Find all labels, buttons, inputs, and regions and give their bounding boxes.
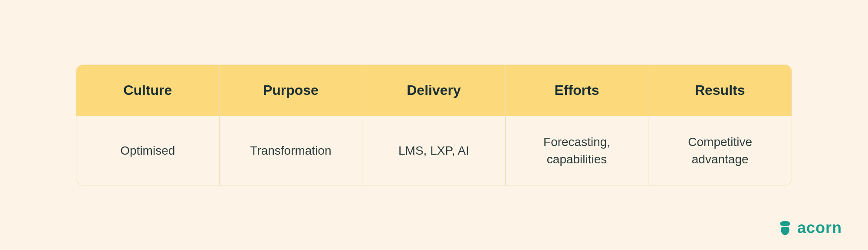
cell-culture-text: Optimised [120, 142, 175, 159]
header-purpose: Purpose [220, 65, 363, 116]
cell-culture: Optimised [76, 116, 220, 185]
main-content: Culture Purpose Delivery Efforts Results… [76, 65, 792, 185]
brand-name: acorn [797, 219, 842, 237]
cell-purpose: Transformation [220, 116, 363, 185]
header-culture-label: Culture [123, 82, 172, 98]
header-purpose-label: Purpose [263, 82, 319, 98]
cell-purpose-text: Transformation [250, 142, 331, 159]
header-culture: Culture [76, 65, 220, 116]
header-efforts-label: Efforts [555, 82, 599, 98]
cell-results-text: Competitive advantage [661, 133, 779, 167]
header-delivery-label: Delivery [407, 82, 461, 98]
cell-delivery: LMS, LXP, AI [362, 116, 506, 185]
branding-section: acorn [777, 219, 842, 237]
header-results: Results [648, 65, 792, 116]
header-delivery: Delivery [362, 65, 506, 116]
header-results-label: Results [695, 82, 745, 98]
framework-table: Culture Purpose Delivery Efforts Results… [76, 65, 792, 185]
acorn-icon [777, 220, 793, 236]
cell-results: Competitive advantage [648, 116, 792, 185]
svg-rect-3 [784, 221, 786, 223]
cell-efforts: Forecasting, capabilities [506, 116, 649, 185]
cell-delivery-text: LMS, LXP, AI [398, 142, 469, 159]
header-efforts: Efforts [506, 65, 649, 116]
cell-efforts-text: Forecasting, capabilities [519, 133, 635, 167]
